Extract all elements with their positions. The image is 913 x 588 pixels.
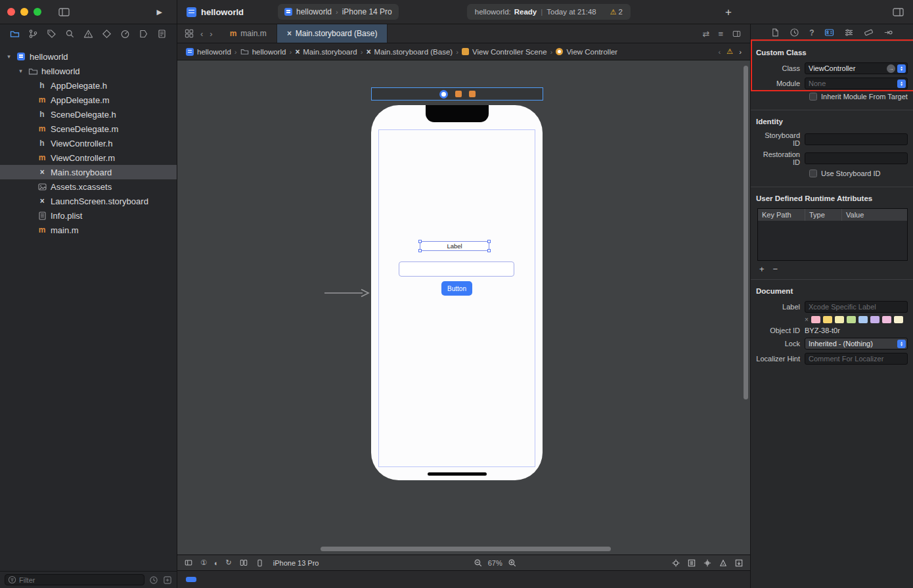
file-inspector-icon[interactable] (770, 28, 780, 37)
tree-row-file[interactable]: h AppDelegate.h (0, 78, 177, 93)
color-swatch[interactable] (870, 316, 880, 323)
tab-main-m[interactable]: m main.m (220, 24, 277, 43)
add-attribute-button[interactable]: + (759, 265, 765, 273)
add-editor-icon[interactable] (732, 30, 742, 38)
tree-row-file-selected[interactable]: × Main.storyboard (0, 165, 177, 179)
tree-row-file[interactable]: Info.plist (0, 208, 177, 223)
filter-input[interactable]: Filter (5, 574, 145, 585)
breakpoint-navigator-icon[interactable] (139, 29, 148, 39)
toggle-navigator-icon[interactable] (58, 7, 70, 17)
color-swatch[interactable] (894, 316, 903, 323)
zoom-in-icon[interactable] (508, 558, 517, 568)
color-swatch[interactable] (882, 316, 891, 323)
toggle-inspector-icon[interactable] (893, 7, 904, 17)
horizontal-scrollbar[interactable] (321, 547, 611, 551)
test-navigator-icon[interactable] (102, 29, 112, 39)
jump-to-class-icon[interactable]: → (887, 64, 895, 73)
exit-icon[interactable] (469, 91, 476, 97)
source-control-navigator-icon[interactable] (28, 29, 38, 39)
color-swatch[interactable] (823, 316, 832, 323)
inherit-module-checkbox[interactable] (809, 93, 817, 101)
tree-row-project[interactable]: ▾ helloworld (0, 49, 177, 64)
focus-on-selection-icon[interactable] (671, 558, 680, 568)
tree-row-file[interactable]: Assets.xcassets (0, 179, 177, 194)
zoom-window-button[interactable] (33, 8, 41, 16)
tree-row-file[interactable]: h SceneDelegate.h (0, 107, 177, 122)
ib-text-field[interactable] (399, 261, 514, 277)
tree-row-group[interactable]: ▾ helloworld (0, 64, 177, 78)
scene-dock[interactable] (371, 87, 543, 101)
module-dropdown-icon[interactable]: ▴▾ (897, 79, 906, 88)
run-destination[interactable]: iPhone 14 Pro (342, 7, 392, 16)
previous-issue-icon[interactable]: ‹ (718, 48, 721, 56)
ib-label[interactable]: Label (420, 241, 489, 251)
minimize-window-button[interactable] (20, 8, 28, 16)
zoom-level[interactable]: 67% (488, 559, 502, 567)
code-review-icon[interactable]: ⇄ (703, 29, 710, 39)
clear-color-icon[interactable]: × (805, 316, 809, 323)
color-swatch[interactable] (858, 316, 868, 323)
go-back-icon[interactable]: ‹ (200, 29, 203, 39)
editor-panel-icon[interactable] (184, 558, 193, 567)
breadcrumb-project[interactable]: helloworld (186, 48, 231, 56)
color-swatch[interactable] (835, 316, 844, 323)
attributes-inspector-icon[interactable] (844, 28, 854, 37)
storyboard-canvas[interactable]: Label Button (177, 60, 750, 554)
activity-status[interactable]: helloworld: Ready | Today at 21:48 ⚠ 2 (467, 4, 631, 20)
runtime-attributes-table[interactable]: Key Path Type Value (757, 208, 908, 261)
update-frames-icon[interactable] (687, 558, 696, 568)
first-responder-icon[interactable] (455, 91, 462, 97)
view-controller-view[interactable]: Label Button (371, 105, 543, 480)
class-combo-field[interactable]: ViewController → ▴▾ (805, 62, 908, 74)
module-combo-field[interactable]: None ▴▾ (805, 78, 908, 89)
report-navigator-icon[interactable] (157, 29, 167, 39)
localizer-hint-field[interactable]: Comment For Localizer (805, 353, 908, 365)
add-constraints-icon[interactable] (719, 558, 728, 568)
lock-dropdown-icon[interactable]: ▴▾ (897, 340, 906, 348)
use-storyboard-id-checkbox[interactable] (809, 170, 817, 177)
project-navigator-icon[interactable] (10, 29, 20, 39)
selection-handle[interactable] (487, 240, 491, 243)
disclosure-icon[interactable]: ▾ (5, 53, 12, 60)
connections-inspector-icon[interactable] (883, 28, 893, 37)
class-dropdown-icon[interactable]: ▴▾ (897, 64, 906, 73)
tree-row-file[interactable]: m ViewController.m (0, 150, 177, 165)
size-variants-icon[interactable] (239, 558, 248, 567)
scm-status-filter-icon[interactable] (163, 576, 172, 585)
selection-handle[interactable] (418, 249, 422, 252)
vertical-scrollbar[interactable] (744, 66, 748, 399)
scheme-target[interactable]: helloworld (296, 7, 332, 16)
adjust-editor-icon[interactable]: ≡ (718, 29, 723, 39)
table-body-empty[interactable] (758, 221, 907, 260)
size-inspector-icon[interactable] (864, 28, 874, 37)
breadcrumb-view-controller[interactable]: View Controller (556, 48, 617, 56)
device-icon[interactable] (256, 558, 264, 568)
tree-row-file[interactable]: m AppDelegate.m (0, 93, 177, 107)
selection-handle[interactable] (487, 249, 491, 252)
zoom-out-icon[interactable] (474, 558, 483, 568)
issue-navigator-icon[interactable] (83, 29, 93, 39)
breakpoint-toggle[interactable] (186, 577, 196, 582)
lock-dropdown[interactable]: Inherited - (Nothing) ▴▾ (805, 338, 908, 350)
view-controller-dock-icon[interactable] (439, 90, 448, 99)
document-label-field[interactable]: Xcode Specific Label (805, 301, 908, 313)
warning-icon[interactable]: ⚠ (726, 47, 733, 56)
orientation-icon[interactable]: ↻ (226, 558, 232, 567)
tree-row-file[interactable]: m main.m (0, 223, 177, 237)
disclosure-icon[interactable]: ▾ (17, 68, 24, 74)
storyboard-id-field[interactable] (805, 133, 908, 145)
library-add-button[interactable]: + (725, 7, 732, 18)
selection-handle[interactable] (418, 240, 422, 243)
history-inspector-icon[interactable] (790, 28, 799, 37)
breadcrumb-scene[interactable]: View Controller Scene (462, 48, 547, 56)
quick-help-inspector-icon[interactable]: ? (809, 29, 814, 37)
related-items-icon[interactable] (185, 29, 194, 38)
align-icon[interactable] (703, 558, 712, 568)
identity-inspector-icon[interactable] (824, 28, 834, 37)
symbol-navigator-icon[interactable] (47, 29, 56, 39)
ib-button[interactable]: Button (441, 281, 472, 296)
appearance-toggle-icon[interactable]: ◐ (214, 559, 219, 567)
close-window-button[interactable] (7, 8, 15, 16)
debug-navigator-icon[interactable] (120, 29, 130, 39)
go-forward-icon[interactable]: › (210, 29, 212, 39)
